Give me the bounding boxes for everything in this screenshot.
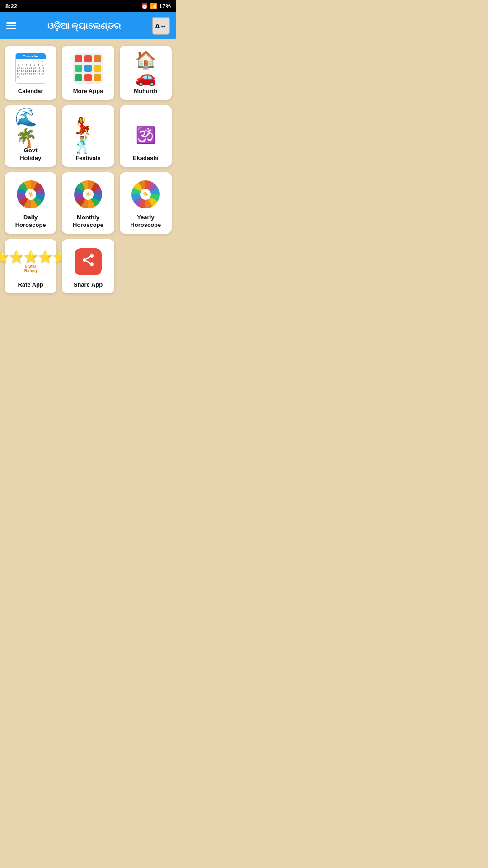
status-bar: 8:22 ⏰ 📶 17% bbox=[0, 0, 176, 12]
muhurth-label: Muhurth bbox=[134, 88, 157, 95]
ekadashi-card[interactable]: 🕉️ Ekadashi bbox=[120, 105, 172, 167]
status-right: ⏰ 📶 17% bbox=[141, 3, 171, 9]
svg-point-0 bbox=[90, 254, 94, 258]
svg-point-2 bbox=[90, 263, 94, 266]
daily-horoscope-card[interactable]: ☀️ DailyHoroscope bbox=[5, 172, 56, 234]
calendar-icon: Calendar 12 3456789 10111213141516 17181… bbox=[15, 52, 47, 84]
menu-button[interactable] bbox=[6, 22, 16, 29]
muhurth-icon: 🏠🚗 bbox=[130, 52, 161, 84]
calendar-label: Calendar bbox=[18, 88, 43, 95]
festivals-label: Festivals bbox=[75, 155, 101, 162]
muhurth-card[interactable]: 🏠🚗 Muhurth bbox=[120, 46, 172, 100]
translate-button[interactable]: A↔ bbox=[152, 17, 170, 35]
rate-app-card[interactable]: ⭐⭐⭐⭐⭐ 5 StarRating Rate App bbox=[5, 239, 56, 293]
monthly-horoscope-icon: ☀️ bbox=[72, 179, 104, 210]
monthly-horoscope-label: MonthlyHoroscope bbox=[73, 214, 103, 229]
svg-point-1 bbox=[83, 258, 86, 262]
ekadashi-label: Ekadashi bbox=[133, 155, 159, 162]
yearly-horoscope-label: YearlyHoroscope bbox=[130, 214, 161, 229]
battery: 17% bbox=[159, 3, 171, 9]
govt-holiday-label: GovtHoliday bbox=[20, 147, 41, 162]
yearly-horoscope-icon: ☀️ bbox=[130, 179, 161, 210]
alarm-icon: ⏰ bbox=[141, 3, 148, 9]
more-apps-label: More Apps bbox=[73, 88, 103, 95]
festivals-card[interactable]: 💃🕺 Festivals bbox=[62, 105, 114, 167]
more-apps-card[interactable]: More Apps bbox=[62, 46, 114, 100]
share-app-label: Share App bbox=[74, 281, 103, 289]
signal-icon: 📶 bbox=[150, 3, 157, 9]
yearly-horoscope-card[interactable]: ☀️ YearlyHoroscope bbox=[120, 172, 172, 234]
app-header: ଓଡ଼ିଆ କ୍ୟାଲେଣ୍ଡର A↔ bbox=[0, 12, 176, 39]
monthly-horoscope-card[interactable]: ☀️ MonthlyHoroscope bbox=[62, 172, 114, 234]
festivals-icon: 💃🕺 bbox=[72, 119, 104, 151]
share-app-card[interactable]: Share App bbox=[62, 239, 114, 293]
svg-line-4 bbox=[86, 257, 90, 259]
main-grid: Calendar 12 3456789 10111213141516 17181… bbox=[0, 39, 176, 300]
daily-horoscope-label: DailyHoroscope bbox=[15, 214, 46, 229]
rate-app-label: Rate App bbox=[18, 281, 43, 289]
govt-holiday-card[interactable]: 🌊🌴 GovtHoliday bbox=[5, 105, 56, 167]
time: 8:22 bbox=[5, 3, 17, 9]
share-app-icon bbox=[72, 246, 104, 278]
svg-line-3 bbox=[86, 261, 90, 263]
rate-app-icon: ⭐⭐⭐⭐⭐ 5 StarRating bbox=[15, 246, 47, 278]
calendar-card[interactable]: Calendar 12 3456789 10111213141516 17181… bbox=[5, 46, 56, 100]
translate-icon: A↔ bbox=[155, 22, 167, 30]
ekadashi-icon: 🕉️ bbox=[130, 119, 161, 151]
daily-horoscope-icon: ☀️ bbox=[15, 179, 47, 210]
govt-holiday-icon: 🌊🌴 bbox=[15, 112, 47, 143]
app-title: ଓଡ଼ିଆ କ୍ୟାଲେଣ୍ଡର bbox=[23, 21, 145, 31]
more-apps-icon bbox=[72, 52, 104, 84]
